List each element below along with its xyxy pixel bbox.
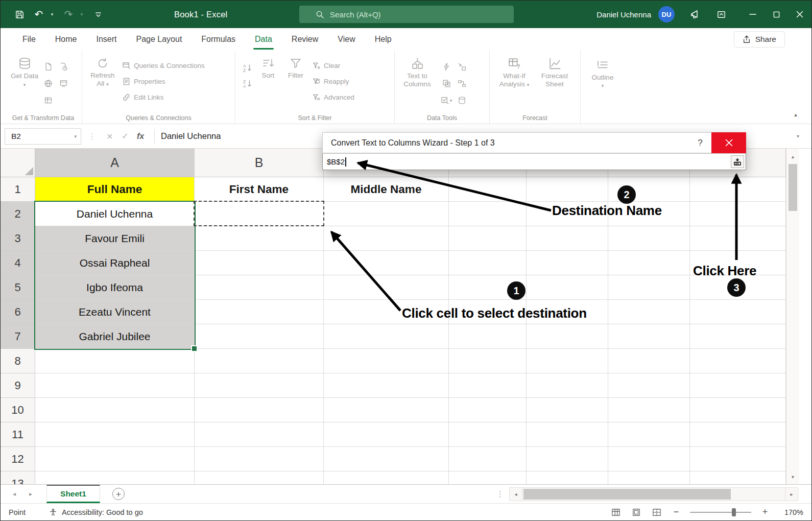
- cell-F9[interactable]: [608, 373, 690, 398]
- cell-E11[interactable]: [527, 422, 608, 447]
- sort-za-button[interactable]: ZA: [240, 76, 255, 91]
- cell-A7[interactable]: Gabriel Jubilee: [35, 324, 195, 349]
- horizontal-scroll-thumb[interactable]: [523, 489, 731, 500]
- menu-tab-help[interactable]: Help: [365, 28, 401, 51]
- cell-B5[interactable]: [195, 275, 324, 300]
- refresh-all-button[interactable]: Refresh All ▾: [86, 55, 119, 87]
- cell-A13[interactable]: [35, 471, 195, 484]
- cell-F6[interactable]: [608, 300, 690, 324]
- cell-D11[interactable]: [449, 422, 527, 447]
- confirm-entry-button[interactable]: ✓: [117, 129, 133, 144]
- redo-button[interactable]: ↷: [60, 6, 77, 23]
- scroll-down-arrow[interactable]: ▾: [786, 470, 799, 483]
- row-header-8[interactable]: 8: [1, 349, 35, 373]
- cell-D1[interactable]: [449, 177, 527, 202]
- coming-soon-button[interactable]: [686, 6, 703, 23]
- row-header-1[interactable]: 1: [1, 177, 35, 202]
- menu-tab-data[interactable]: Data: [245, 28, 282, 51]
- normal-view-button[interactable]: [610, 507, 622, 517]
- zoom-out-button[interactable]: −: [672, 507, 681, 517]
- column-header-A[interactable]: A: [35, 149, 195, 177]
- expand-formula-bar-button[interactable]: ▾: [797, 124, 799, 148]
- cell-E12[interactable]: [527, 447, 608, 471]
- collapse-ribbon-button[interactable]: ▴: [789, 109, 802, 120]
- insert-function-button[interactable]: fx: [133, 129, 148, 144]
- ribbon-display-options-button[interactable]: [712, 6, 730, 23]
- cell-F13[interactable]: [608, 471, 690, 484]
- maximize-button[interactable]: [765, 1, 788, 28]
- dialog-help-button[interactable]: ?: [689, 138, 711, 148]
- cell-E9[interactable]: [527, 373, 608, 398]
- cell-D2[interactable]: [449, 202, 527, 226]
- remove-duplicates-button[interactable]: [439, 76, 454, 91]
- cell-F3[interactable]: [608, 226, 690, 251]
- menu-tab-page-layout[interactable]: Page Layout: [126, 28, 192, 51]
- cell-B12[interactable]: [195, 447, 324, 471]
- cell-F8[interactable]: [608, 349, 690, 373]
- text-to-columns-button[interactable]: Text to Columns: [399, 55, 436, 88]
- cell-D8[interactable]: [449, 349, 527, 373]
- accessibility-status[interactable]: Accessibility: Good to go: [49, 508, 143, 516]
- relationships-button[interactable]: [454, 76, 469, 91]
- cell-B8[interactable]: [195, 349, 324, 373]
- cell-A5[interactable]: Igbo Ifeoma: [35, 275, 195, 300]
- redo-dropdown[interactable]: ▾: [79, 6, 87, 23]
- cancel-entry-button[interactable]: ×: [102, 129, 117, 144]
- dialog-close-button[interactable]: [711, 132, 746, 153]
- cell-G13[interactable]: [690, 471, 786, 484]
- cell-E7[interactable]: [527, 324, 608, 349]
- previous-sheet-arrow[interactable]: ◂: [13, 490, 16, 498]
- cell-A6[interactable]: Ezeatu Vincent: [35, 300, 195, 324]
- row-header-2[interactable]: 2: [1, 202, 35, 226]
- cell-B6[interactable]: [195, 300, 324, 324]
- cell-G1[interactable]: [690, 177, 786, 202]
- cell-C2[interactable]: [324, 202, 449, 226]
- row-header-7[interactable]: 7: [1, 324, 35, 349]
- scroll-right-arrow[interactable]: ▸: [785, 487, 798, 501]
- zoom-level[interactable]: 170%: [779, 508, 803, 516]
- menu-tab-insert[interactable]: Insert: [86, 28, 126, 51]
- cell-D9[interactable]: [449, 373, 527, 398]
- cell-C3[interactable]: [324, 226, 449, 251]
- horizontal-scrollbar[interactable]: ◂ ▸: [509, 487, 798, 501]
- page-layout-view-button[interactable]: [631, 507, 642, 517]
- cell-D4[interactable]: [449, 251, 527, 275]
- formula-bar-handle[interactable]: ⋮: [88, 132, 96, 141]
- cell-C4[interactable]: [324, 251, 449, 275]
- cell-F12[interactable]: [608, 447, 690, 471]
- edit-links-button[interactable]: Edit Links: [122, 89, 205, 105]
- row-header-10[interactable]: 10: [1, 398, 35, 422]
- close-button[interactable]: [788, 1, 811, 28]
- row-header-11[interactable]: 11: [1, 422, 35, 447]
- menu-tab-view[interactable]: View: [328, 28, 365, 51]
- clear-filter-button[interactable]: Clear: [312, 58, 354, 74]
- cell-G10[interactable]: [690, 398, 786, 422]
- sort-az-button[interactable]: AZ: [240, 60, 255, 76]
- cell-A11[interactable]: [35, 422, 195, 447]
- data-validation-button[interactable]: ▾: [439, 92, 454, 108]
- what-if-analysis-button[interactable]: ? What-If Analysis ▾: [494, 55, 535, 88]
- forecast-sheet-button[interactable]: Forecast Sheet: [535, 55, 575, 88]
- consolidate-button[interactable]: [454, 59, 469, 75]
- cell-G2[interactable]: [690, 202, 786, 226]
- cell-D3[interactable]: [449, 226, 527, 251]
- cell-C8[interactable]: [324, 349, 449, 373]
- zoom-in-button[interactable]: +: [760, 507, 770, 517]
- cell-C10[interactable]: [324, 398, 449, 422]
- cell-A3[interactable]: Favour Emili: [35, 226, 195, 251]
- cell-C7[interactable]: [324, 324, 449, 349]
- scroll-up-arrow[interactable]: ▴: [786, 150, 799, 163]
- zoom-slider[interactable]: [690, 508, 751, 516]
- row-header-5[interactable]: 5: [1, 275, 35, 300]
- row-header-6[interactable]: 6: [1, 300, 35, 324]
- sort-button[interactable]: Sort: [255, 55, 281, 80]
- cell-G11[interactable]: [690, 422, 786, 447]
- expand-dialog-button[interactable]: [731, 155, 744, 168]
- cell-B3[interactable]: [195, 226, 324, 251]
- menu-tab-file[interactable]: File: [13, 28, 45, 51]
- from-web-button[interactable]: [40, 76, 56, 91]
- cell-A10[interactable]: [35, 398, 195, 422]
- cell-A2[interactable]: Daniel Uchenna: [35, 202, 195, 226]
- cell-C9[interactable]: [324, 373, 449, 398]
- advanced-filter-button[interactable]: Advanced: [312, 89, 354, 105]
